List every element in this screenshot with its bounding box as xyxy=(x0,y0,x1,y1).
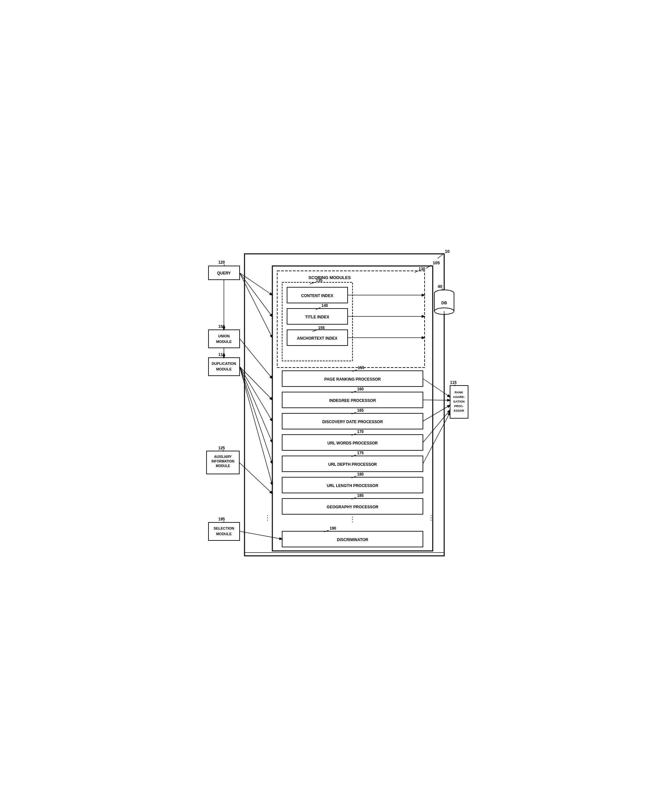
svg-line-70 xyxy=(423,410,450,442)
svg-point-52 xyxy=(435,308,454,314)
svg-rect-7 xyxy=(287,309,348,324)
svg-text:155: 155 xyxy=(358,366,364,370)
svg-line-71 xyxy=(423,412,450,464)
svg-text:DISCRIMINATOR: DISCRIMINATOR xyxy=(337,537,368,542)
svg-text:110: 110 xyxy=(218,353,225,357)
svg-point-48 xyxy=(435,290,454,296)
svg-text:MODULE: MODULE xyxy=(216,464,230,468)
svg-text:DISCOVERY DATE PROCESSOR: DISCOVERY DATE PROCESSOR xyxy=(322,420,382,424)
svg-text:QUERY: QUERY xyxy=(217,271,231,275)
svg-line-100 xyxy=(352,412,356,414)
svg-text:190: 190 xyxy=(330,526,336,531)
svg-text:SELECTION: SELECTION xyxy=(214,526,234,530)
svg-line-84 xyxy=(426,265,431,268)
svg-line-104 xyxy=(352,455,356,457)
svg-rect-49 xyxy=(435,293,454,311)
svg-rect-27 xyxy=(209,266,239,280)
svg-rect-17 xyxy=(282,435,423,451)
svg-text:INDEGREE PROCESSOR: INDEGREE PROCESSOR xyxy=(329,398,376,403)
svg-line-106 xyxy=(352,476,356,478)
svg-line-69 xyxy=(423,405,450,421)
svg-text:180: 180 xyxy=(357,472,364,477)
svg-text:ESSOR: ESSOR xyxy=(454,409,464,412)
svg-line-102 xyxy=(352,434,356,435)
svg-line-108 xyxy=(352,498,356,499)
svg-line-65 xyxy=(239,462,272,494)
svg-text:MODULE: MODULE xyxy=(216,532,232,536)
svg-text:150: 150 xyxy=(218,324,225,329)
svg-text:135: 135 xyxy=(316,278,322,283)
svg-text:PAGE RANKING PROCESSOR: PAGE RANKING PROCESSOR xyxy=(324,377,381,381)
svg-rect-35 xyxy=(207,451,239,474)
svg-line-66 xyxy=(239,531,282,539)
svg-line-98 xyxy=(352,391,356,393)
svg-line-55 xyxy=(239,273,272,317)
svg-text:⋮: ⋮ xyxy=(428,514,435,521)
svg-text:MODULE: MODULE xyxy=(216,340,232,344)
svg-rect-42 xyxy=(450,385,468,418)
svg-line-88 xyxy=(415,271,418,273)
svg-rect-29 xyxy=(209,330,239,348)
svg-line-82 xyxy=(438,254,443,258)
svg-rect-21 xyxy=(282,477,423,493)
svg-line-68 xyxy=(423,400,450,400)
svg-text:195: 195 xyxy=(218,517,225,521)
svg-text:ANCHORTEXT INDEX: ANCHORTEXT INDEX xyxy=(297,336,337,341)
svg-rect-32 xyxy=(209,358,239,376)
svg-text:TITLE INDEX: TITLE INDEX xyxy=(305,315,329,319)
svg-text:120: 120 xyxy=(218,260,225,265)
svg-line-94 xyxy=(313,330,317,331)
svg-line-63 xyxy=(239,366,272,464)
svg-text:DUPLICATION: DUPLICATION xyxy=(211,361,236,366)
svg-line-90 xyxy=(310,282,315,284)
svg-text:AGGRE-: AGGRE- xyxy=(453,395,465,398)
svg-text:PROC-: PROC- xyxy=(454,405,463,408)
svg-line-62 xyxy=(239,366,272,442)
svg-text:165: 165 xyxy=(357,408,364,413)
svg-text:URL LENGTH PROCESSOR: URL LENGTH PROCESSOR xyxy=(327,483,378,488)
svg-line-110 xyxy=(324,530,328,532)
svg-text:⋮: ⋮ xyxy=(349,516,356,523)
svg-rect-2 xyxy=(277,271,424,368)
svg-rect-13 xyxy=(282,392,423,408)
svg-text:AUXILIARY: AUXILIARY xyxy=(214,455,232,459)
svg-text:170: 170 xyxy=(357,429,364,434)
diagram-svg: SCORING MODULES CONTENT INDEX TITLE INDE… xyxy=(202,245,470,566)
svg-rect-1 xyxy=(272,266,433,551)
svg-text:115: 115 xyxy=(450,380,456,385)
svg-rect-4 xyxy=(282,282,352,361)
svg-text:140: 140 xyxy=(322,303,328,308)
svg-rect-9 xyxy=(287,330,348,346)
svg-text:⋮: ⋮ xyxy=(264,514,271,521)
svg-rect-15 xyxy=(282,413,423,429)
svg-text:185: 185 xyxy=(357,493,364,498)
svg-line-122 xyxy=(442,289,443,290)
svg-text:105: 105 xyxy=(433,260,440,265)
svg-rect-23 xyxy=(282,498,423,514)
svg-text:SCORING MODULES: SCORING MODULES xyxy=(308,275,351,280)
svg-text:GATION: GATION xyxy=(453,400,464,403)
svg-text:175: 175 xyxy=(357,451,364,455)
svg-line-58 xyxy=(239,339,272,379)
svg-rect-5 xyxy=(287,287,348,303)
svg-rect-25 xyxy=(282,531,423,547)
svg-line-92 xyxy=(316,307,320,309)
svg-text:GEOGRAPHY PROCESSOR: GEOGRAPHY PROCESSOR xyxy=(327,505,378,509)
svg-line-64 xyxy=(239,366,272,485)
svg-rect-0 xyxy=(244,254,444,556)
svg-line-56 xyxy=(239,273,272,338)
svg-rect-19 xyxy=(282,456,423,472)
svg-text:155: 155 xyxy=(318,326,325,330)
svg-text:130: 130 xyxy=(419,267,425,271)
svg-line-61 xyxy=(239,366,272,421)
svg-text:DB: DB xyxy=(441,301,447,305)
svg-text:MODULE: MODULE xyxy=(216,367,232,371)
svg-rect-39 xyxy=(209,522,239,540)
svg-text:UNION: UNION xyxy=(218,334,230,338)
svg-line-60 xyxy=(239,366,272,400)
svg-rect-11 xyxy=(282,371,423,386)
svg-text:URL WORDS PROCESSOR: URL WORDS PROCESSOR xyxy=(327,441,378,446)
svg-line-67 xyxy=(423,379,450,397)
svg-text:125: 125 xyxy=(218,446,225,451)
svg-text:URL DEPTH PROCESSOR: URL DEPTH PROCESSOR xyxy=(328,462,377,467)
